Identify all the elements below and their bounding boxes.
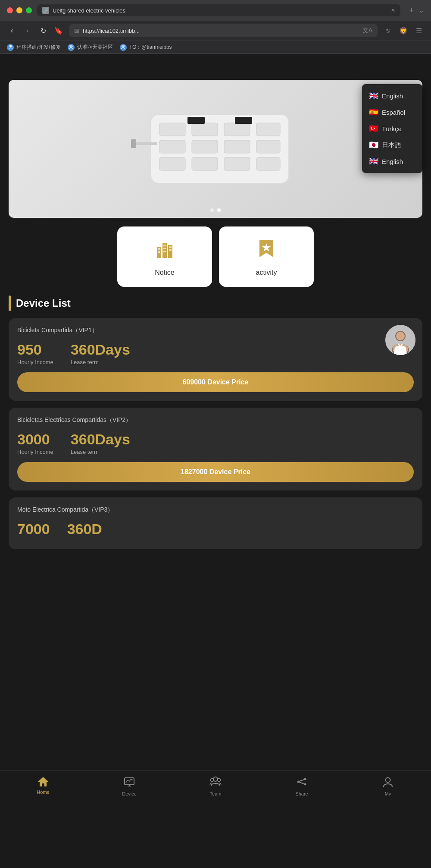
bookmark-item-2[interactable]: 天 认准->天美社区 <box>68 44 113 51</box>
spacer <box>0 556 431 591</box>
svg-rect-7 <box>224 140 250 153</box>
svg-point-37 <box>213 777 218 781</box>
avatar-image-1 <box>385 325 415 355</box>
svg-rect-10 <box>192 157 218 170</box>
stat-value-income-3: 7000 <box>17 521 50 538</box>
activity-label: activity <box>256 269 277 277</box>
device-stats-1: 950 Hourly Income 360Days Lease term <box>17 341 414 365</box>
lang-english-1[interactable]: 🇬🇧 English <box>362 88 422 104</box>
stat-income-2: 3000 Hourly Income <box>17 431 53 455</box>
device-card-header-1: Bicicleta Compartida（VIP1） <box>17 327 414 334</box>
bookmark-favicon-3: 天 <box>120 44 127 51</box>
svg-rect-1 <box>159 123 185 136</box>
device-card-3: Moto Electrica Compartida（VIP3） 7000 360… <box>9 497 422 549</box>
language-dropdown[interactable]: 🇬🇧 English 🇪🇸 Español 🇹🇷 Türkçe 🇯🇵 日本語 🇬… <box>362 84 422 173</box>
stat-income-1: 950 Hourly Income <box>17 341 53 365</box>
app-content: 🇬🇧 English 🇪🇸 Español 🇹🇷 Türkçe 🇯🇵 日本語 🇬… <box>0 80 431 770</box>
svg-rect-11 <box>224 157 250 170</box>
nav-item-share[interactable]: Share <box>259 776 345 796</box>
svg-rect-23 <box>163 248 166 249</box>
stat-value-lease-2: 360Days <box>71 431 130 448</box>
section-title: Device List <box>16 297 71 309</box>
refresh-button[interactable]: ↻ <box>38 27 48 35</box>
lang-turkish[interactable]: 🇹🇷 Türkçe <box>362 120 422 137</box>
tab-title: Ueltg shared electric vehicles <box>53 7 387 14</box>
flag-turkish: 🇹🇷 <box>369 124 378 133</box>
lang-japanese[interactable]: 🇯🇵 日本語 <box>362 137 422 153</box>
team-icon <box>209 776 222 789</box>
tab-close-button[interactable]: ✕ <box>391 7 395 13</box>
svg-rect-16 <box>131 139 136 148</box>
svg-point-47 <box>386 778 390 783</box>
tab-favicon: 🔗 <box>42 7 49 14</box>
svg-rect-20 <box>158 248 160 250</box>
device-icon <box>123 776 135 789</box>
bookmark-button[interactable]: 🔖 <box>53 27 64 35</box>
bottom-nav: Home Device Team <box>0 770 431 800</box>
bookmark-item-3[interactable]: 天 TG：@tianmeibbs <box>120 44 172 51</box>
device-card-header-3: Moto Electrica Compartida（VIP3） <box>17 506 414 514</box>
device-avatar-1 <box>385 325 415 355</box>
forward-button[interactable]: › <box>22 27 33 35</box>
stat-value-income-2: 3000 <box>17 431 53 448</box>
svg-rect-12 <box>256 157 280 170</box>
svg-rect-26 <box>169 249 172 251</box>
svg-point-42 <box>297 781 300 783</box>
share-button[interactable]: ⎋ <box>383 27 393 35</box>
svg-rect-8 <box>256 140 280 153</box>
flag-espanol: 🇪🇸 <box>369 107 378 117</box>
device-stats-2: 3000 Hourly Income 360Days Lease term <box>17 431 414 455</box>
svg-point-31 <box>396 332 405 340</box>
stat-label-income-2: Hourly Income <box>17 449 53 455</box>
svg-rect-4 <box>256 123 280 136</box>
hero-banner <box>9 80 422 218</box>
nav-item-device[interactable]: Device <box>86 776 172 796</box>
home-icon <box>37 776 49 788</box>
nav-bar: ‹ › ↻ 🔖 ⊠ https://licai102.timibb... 文A … <box>0 21 431 41</box>
nav-item-home[interactable]: Home <box>0 776 86 796</box>
url-bar[interactable]: ⊠ https://licai102.timibb... 文A <box>69 24 378 37</box>
svg-line-40 <box>298 779 305 782</box>
dot-2[interactable] <box>217 208 221 212</box>
hero-image <box>9 80 422 218</box>
bookmark-item-1[interactable]: 天 程序搭建/开发/修复 <box>7 44 61 51</box>
bookmark-favicon-1: 天 <box>7 44 14 51</box>
nav-item-my[interactable]: My <box>345 776 431 796</box>
stat-lease-1: 360Days Lease term <box>71 341 130 365</box>
dot-1[interactable] <box>210 208 214 212</box>
device-price-button-1[interactable]: 609000 Device Price <box>17 372 414 392</box>
minimize-button[interactable] <box>16 7 22 13</box>
share-nav-icon <box>296 776 308 789</box>
lang-label-turkish: Türkçe <box>382 125 402 132</box>
activity-card[interactable]: activity <box>219 226 314 287</box>
flag-english-2: 🇬🇧 <box>369 157 378 166</box>
flag-japanese: 🇯🇵 <box>369 140 378 150</box>
brave-icon[interactable]: 🦁 <box>398 27 409 35</box>
stat-label-income-1: Hourly Income <box>17 359 53 365</box>
url-text: https://licai102.timibb... <box>83 28 359 34</box>
new-tab-button[interactable]: + <box>409 6 414 15</box>
svg-rect-14 <box>235 117 252 124</box>
carousel-dots <box>210 208 221 212</box>
maximize-button[interactable] <box>26 7 32 13</box>
translate-icon[interactable]: 文A <box>362 27 372 35</box>
lang-espanol[interactable]: 🇪🇸 Español <box>362 104 422 120</box>
svg-rect-6 <box>192 140 218 153</box>
nav-item-team[interactable]: Team <box>172 776 259 796</box>
svg-rect-13 <box>187 117 205 124</box>
stat-label-lease-2: Lease term <box>71 449 130 455</box>
tab-chevron-icon[interactable]: ⌄ <box>419 7 424 14</box>
notice-card[interactable]: Notice <box>117 226 212 287</box>
back-button[interactable]: ‹ <box>7 27 17 35</box>
svg-rect-25 <box>169 246 172 248</box>
device-card-header-2: Bicicletas Electricas Compartidas（VIP2） <box>17 416 414 424</box>
tab-bar[interactable]: 🔗 Ueltg shared electric vehicles ✕ <box>37 4 400 16</box>
stat-lease-2: 360Days Lease term <box>71 431 130 455</box>
menu-button[interactable]: ☰ <box>414 27 424 35</box>
device-price-button-2[interactable]: 1827000 Device Price <box>17 462 414 482</box>
section-header: Device List <box>9 296 422 311</box>
close-button[interactable] <box>7 7 13 13</box>
lang-label-espanol: Español <box>382 109 405 116</box>
bookmark-favicon-2: 天 <box>68 44 75 51</box>
lang-english-2[interactable]: 🇬🇧 English <box>362 153 422 170</box>
